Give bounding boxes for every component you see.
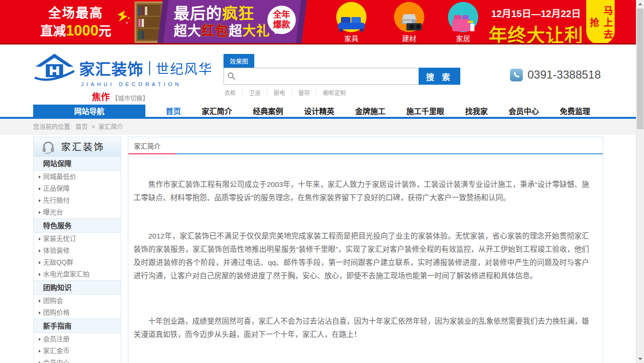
title-underline xyxy=(128,153,603,154)
browser-viewport: 全场最高 直减1000元 最后的疯狂 超大红包超大礼 全年 爆款 xyxy=(0,0,644,363)
banner-discount-line2: 直减1000元 xyxy=(34,22,117,40)
arrow-right-icon xyxy=(39,187,41,190)
sidebar-section-title: 特色服务 xyxy=(34,218,121,233)
sidebar-item[interactable]: 家装无忧订 xyxy=(34,233,121,245)
sidebar-item[interactable]: 同城最低价 xyxy=(34,171,121,183)
arrow-right-icon xyxy=(39,211,41,214)
page-title: 家汇简介 xyxy=(128,137,603,153)
hot-link-3[interactable]: 窗帘 xyxy=(298,90,310,97)
sidebar-item[interactable]: 会员注册 xyxy=(34,333,121,345)
arrow-right-icon xyxy=(39,273,41,276)
category-label: 建材 xyxy=(388,33,430,43)
separator: ｜ xyxy=(313,90,319,97)
sidebar-section-title: 网站保障 xyxy=(34,156,121,171)
scrollbar-down-button[interactable] xyxy=(636,355,644,363)
bubble-line2: 爆款 xyxy=(268,20,296,30)
scrollbar-up-button[interactable] xyxy=(636,0,644,8)
sidebar-section-title: 新手指南 xyxy=(34,319,121,333)
sidebar-item[interactable]: 无敌QQ群 xyxy=(34,257,121,268)
hot-link-2[interactable]: 厨电 xyxy=(274,90,285,97)
breadcrumb-separator: > xyxy=(91,123,95,130)
banner-text-segment: 超 xyxy=(229,24,242,38)
separator: ｜ xyxy=(264,90,270,97)
grab-now-badge[interactable]: 马上去抢 xyxy=(586,0,615,44)
sidebar-item[interactable]: 体验装修 xyxy=(34,245,121,257)
arrow-right-icon xyxy=(39,199,41,202)
search-hot-links: 衣柜｜卫浴｜厨电｜窗帘｜橱柜定制 xyxy=(224,89,460,97)
vertical-scrollbar[interactable] xyxy=(636,0,644,363)
nav-items: 首页家汇简介经典案例设计精英金牌施工施工千里眼找我家会员中心免费监理 xyxy=(166,105,590,119)
city-switch-link[interactable]: 【城市切换】 xyxy=(112,95,149,102)
banner-promo-title: 年终大让利 xyxy=(484,20,588,44)
sidebar-item[interactable]: 团购会 xyxy=(34,295,121,307)
search-input[interactable] xyxy=(224,68,419,85)
banner-yearend-block: 12月15日—12月22日 年终大让利 xyxy=(484,6,588,44)
main-navbar: 网站导航 首页家汇简介经典案例设计精英金牌施工施工千里眼找我家会员中心免费监理 xyxy=(0,105,636,119)
nav-item-5[interactable]: 施工千里眼 xyxy=(406,105,444,119)
current-city: 焦作 xyxy=(92,92,110,102)
category-label: 家具 xyxy=(331,33,372,43)
hot-link-1[interactable]: 卫浴 xyxy=(249,90,260,97)
arrow-right-icon xyxy=(39,261,41,264)
nav-item-1[interactable]: 家汇简介 xyxy=(202,105,232,119)
contact-phone: 0391-3388518 xyxy=(510,68,601,81)
arrow-up-icon xyxy=(638,3,642,5)
sidebar-item[interactable]: 先行赔付 xyxy=(34,195,121,206)
sidebar-item[interactable]: 水电光盘家汇拍 xyxy=(34,268,121,280)
arrow-right-icon xyxy=(39,176,41,178)
banner-text-segment: 1000 xyxy=(66,22,98,39)
sidebar-item[interactable]: 正品保障 xyxy=(34,183,121,195)
breadcrumb-home-link[interactable]: 首页 xyxy=(75,123,88,130)
breadcrumb-current: 家汇简介 xyxy=(98,123,123,130)
site-nav-menu-button[interactable]: 网站导航 xyxy=(33,105,145,119)
sidebar-item[interactable]: 会员中心 xyxy=(34,357,121,363)
article-paragraph: 2012年，家汇装饰已不满足于仅仅是完美地完成家装工程而是把目光投向了业主的家装… xyxy=(134,230,589,283)
banner-category-furniture[interactable]: 家具 xyxy=(331,2,372,43)
sidebar-sections: 网站保障同城最低价正品保障先行赔付曝光台特色服务家装无忧订体验装修无敌QQ群水电… xyxy=(34,156,121,363)
site-logo[interactable]: 家汇装饰 世纪风华 JIAHUI DECORATION xyxy=(35,53,213,87)
arrow-right-icon xyxy=(39,338,41,341)
site-header: 家汇装饰 世纪风华 JIAHUI DECORATION 焦作【城市切换】 效果图… xyxy=(0,44,636,105)
logo-name-cn: 家汇装饰 xyxy=(79,57,143,80)
nav-item-6[interactable]: 找我家 xyxy=(465,105,488,119)
article-paragraph: 十年创业路，成绩斐然固然可喜，家汇人不会为过去沾沾自喜，因为十年家汇依然年轻，因… xyxy=(134,315,589,341)
article-paragraph: 焦作市家汇装饰工程有限公司成立于2003年，十年来，家汇人致力于家居设计装饰，工… xyxy=(134,178,589,204)
sidebar-item[interactable]: 团购价格 xyxy=(34,307,121,319)
banner-text-segment: 超大 xyxy=(174,24,201,38)
banner-text-segment: 最后的 xyxy=(174,5,222,22)
nav-item-4[interactable]: 金牌施工 xyxy=(355,105,385,119)
nav-item-0[interactable]: 首页 xyxy=(166,105,181,119)
nav-item-2[interactable]: 经典案例 xyxy=(253,105,283,119)
breadcrumb: 您当前的位置: 首页 > 家汇简介 xyxy=(0,119,636,135)
phone-number: 0391-3388518 xyxy=(528,68,601,81)
search-tab-renderings[interactable]: 效果图 xyxy=(224,54,254,68)
sidebar-title: 家汇装饰 xyxy=(61,140,105,153)
banner-discount-line1: 全场最高 xyxy=(34,6,117,22)
nav-item-7[interactable]: 会员中心 xyxy=(509,105,539,119)
search-block: 效果图 搜 索 衣柜｜卫浴｜厨电｜窗帘｜橱柜定制 xyxy=(224,54,460,97)
banner-category-home[interactable]: 家居 xyxy=(442,2,484,43)
banner-text-segment: 红包 xyxy=(201,24,229,38)
arrow-right-icon xyxy=(39,238,41,240)
lightning-icon xyxy=(117,10,132,27)
logo-brand-sub: 世纪风华 xyxy=(156,59,213,78)
hot-link-0[interactable]: 衣柜 xyxy=(224,90,236,97)
nav-item-3[interactable]: 设计精英 xyxy=(304,105,334,119)
sidebar-item[interactable]: 家汇金币 xyxy=(34,345,121,357)
phone-icon xyxy=(510,69,523,81)
sidebar-section-title: 团购知识 xyxy=(34,280,121,295)
year-hot-bubble: 全年 爆款 xyxy=(268,6,296,34)
scrollbar-thumb[interactable] xyxy=(637,9,644,129)
bedding-image xyxy=(448,13,478,33)
sidebar: 家汇装饰 网站保障同城最低价正品保障先行赔付曝光台特色服务家装无忧订体验装修无敌… xyxy=(33,137,121,363)
hot-link-4[interactable]: 橱柜定制 xyxy=(323,90,346,97)
search-button[interactable]: 搜 索 xyxy=(419,68,460,85)
banner-category-materials[interactable]: 建材 xyxy=(388,2,430,43)
sidebar-item[interactable]: 曝光台 xyxy=(34,206,121,218)
banner-discount-block: 全场最高 直减1000元 xyxy=(34,6,117,40)
arrow-right-icon xyxy=(39,300,41,302)
nav-item-8[interactable]: 免费监理 xyxy=(560,105,590,119)
range-hood-image xyxy=(394,13,424,33)
promo-banner[interactable]: 全场最高 直减1000元 最后的疯狂 超大红包超大礼 全年 爆款 xyxy=(0,0,636,44)
separator: ｜ xyxy=(289,90,295,97)
